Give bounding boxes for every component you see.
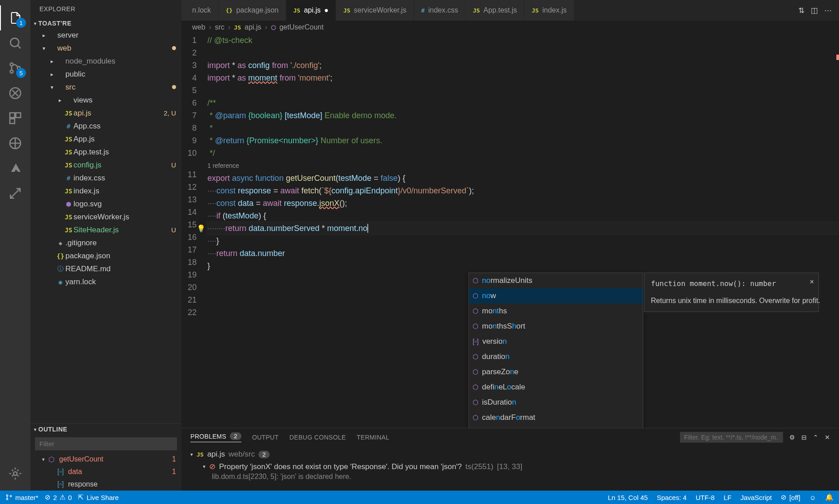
svg-rect-6 xyxy=(16,113,21,118)
language-status[interactable]: JavaScript xyxy=(740,494,772,501)
tree-item[interactable]: #index.css xyxy=(30,171,181,184)
codelens[interactable]: 1 reference xyxy=(207,159,839,172)
explorer-icon[interactable]: 1 xyxy=(0,5,30,30)
feedback-icon[interactable]: ☺ xyxy=(809,494,816,501)
editor-tab[interactable]: JSindex.js xyxy=(525,0,574,21)
suggest-item[interactable]: ⬡monthsShort xyxy=(469,319,643,334)
editor-tab[interactable]: n.lock xyxy=(181,0,219,21)
remote-icon[interactable] xyxy=(0,131,30,156)
status-bar: master* ⊘2⚠0 ⇱Live Share Ln 15, Col 45 S… xyxy=(0,491,839,504)
tree-item[interactable]: JSSiteHeader.jsU xyxy=(30,223,181,236)
indentation-status[interactable]: Spaces: 4 xyxy=(657,494,687,501)
lightbulb-icon[interactable]: 💡 xyxy=(197,222,206,235)
outline-item[interactable]: [▫]response xyxy=(30,478,181,491)
scm-icon[interactable]: 5 xyxy=(0,56,30,81)
tree-item[interactable]: ⓘREADME.md xyxy=(30,262,181,275)
code-editor[interactable]: 12345678910 111213141516171819202122 // … xyxy=(181,34,839,428)
problems-filter-input[interactable] xyxy=(680,432,783,443)
scm-badge: 5 xyxy=(16,68,26,78)
encoding-status[interactable]: UTF-8 xyxy=(696,494,715,501)
svg-point-1 xyxy=(10,63,13,66)
svg-rect-5 xyxy=(10,113,15,118)
suggest-item[interactable]: ⬡calendarFormat xyxy=(469,410,643,425)
outline-item[interactable]: ▾⬡getUserCount1 xyxy=(30,453,181,466)
tree-item[interactable]: JSapi.js2, U xyxy=(30,107,181,120)
tree-item[interactable]: JSconfig.jsU xyxy=(30,158,181,171)
suggest-item[interactable]: ⬡duration xyxy=(469,349,643,364)
tree-item[interactable]: ▸public xyxy=(30,68,181,81)
branch-status[interactable]: master* xyxy=(5,494,39,501)
svg-point-10 xyxy=(6,495,8,496)
tree-item[interactable]: ▸server xyxy=(30,29,181,42)
suggest-item[interactable]: ⬡months xyxy=(469,303,643,319)
more-icon[interactable]: ⋯ xyxy=(824,6,832,15)
panel-tab[interactable]: PROBLEMS 2 xyxy=(190,432,241,442)
azure-icon[interactable] xyxy=(0,156,30,181)
svg-point-0 xyxy=(10,38,19,47)
sidebar-title: EXPLORER xyxy=(30,0,181,18)
problem-hint: lib.dom.d.ts[2230, 5]: 'json' is declare… xyxy=(190,473,830,481)
tree-item[interactable]: ⬢logo.svg xyxy=(30,197,181,210)
suggest-item[interactable]: ⬡now xyxy=(469,288,643,303)
tree-item[interactable]: ▾src xyxy=(30,81,181,94)
tree-item[interactable]: ◉yarn.lock xyxy=(30,275,181,288)
svg-point-12 xyxy=(10,495,11,497)
debug-icon[interactable] xyxy=(0,81,30,106)
panel-tab[interactable]: DEBUG CONSOLE xyxy=(289,434,346,441)
collapse-icon[interactable]: ⊟ xyxy=(801,434,807,441)
prettier-status[interactable]: ⊘[off] xyxy=(781,493,800,501)
panel-tab-bar: PROBLEMS 2OUTPUTDEBUG CONSOLETERMINAL⚙⊟⌃… xyxy=(181,428,839,446)
tree-item[interactable]: ▸node_modules xyxy=(30,55,181,68)
editor-tab[interactable]: JSapi.js● xyxy=(286,0,336,21)
problem-item[interactable]: ▾ ⊘ Property 'jsonX' does not exist on t… xyxy=(190,461,830,473)
svg-point-2 xyxy=(10,70,13,73)
explorer-section-header[interactable]: ▾TOAST'RE xyxy=(30,18,181,29)
tree-item[interactable]: JSApp.js xyxy=(30,132,181,145)
split-editor-icon[interactable]: ◫ xyxy=(811,6,818,15)
outline-header[interactable]: ▾OUTLINE xyxy=(30,424,181,435)
panel-tab[interactable]: TERMINAL xyxy=(357,434,389,441)
settings-icon[interactable] xyxy=(0,461,30,486)
breadcrumb[interactable]: web›src›JSapi.js›⬡getUserCount xyxy=(181,21,839,34)
suggest-item[interactable]: ⬡isMoment xyxy=(469,425,643,428)
tab-bar: n.lock{}package.jsonJSapi.js●JSserviceWo… xyxy=(181,0,839,21)
outline-section: ▾OUTLINE ▾⬡getUserCount1[▫]data1[▫]respo… xyxy=(30,423,181,491)
extensions-icon[interactable] xyxy=(0,106,30,131)
editor-tab[interactable]: #index.css xyxy=(414,0,466,21)
problems-status[interactable]: ⊘2⚠0 xyxy=(45,493,72,501)
error-count-icon: ⊘ xyxy=(45,493,51,501)
cursor-position[interactable]: Ln 15, Col 45 xyxy=(608,494,648,501)
tree-item[interactable]: JSindex.js xyxy=(30,184,181,197)
close-icon[interactable]: × xyxy=(810,276,814,288)
activity-bar: 1 5 xyxy=(0,0,30,491)
suggest-item[interactable]: ⬡parseZone xyxy=(469,364,643,380)
outline-filter-input[interactable] xyxy=(35,437,177,450)
problem-file-row[interactable]: ▾ JS api.js web/src 2 xyxy=(190,448,830,461)
suggest-item[interactable]: ⬡defineLocale xyxy=(469,380,643,395)
eol-status[interactable]: LF xyxy=(723,494,731,501)
suggest-item[interactable]: ⬡normalizeUnits xyxy=(469,273,643,288)
liveshare-icon[interactable] xyxy=(0,181,30,206)
filter-settings-icon[interactable]: ⚙ xyxy=(789,434,795,441)
tree-item[interactable]: JSApp.test.js xyxy=(30,145,181,158)
suggest-widget[interactable]: ⬡normalizeUnits⬡now⬡months⬡monthsShort[▫… xyxy=(469,273,643,428)
tree-item[interactable]: {}package.json xyxy=(30,249,181,262)
tree-item[interactable]: #App.css xyxy=(30,120,181,132)
outline-item[interactable]: [▫]data1 xyxy=(30,466,181,478)
chevron-up-icon[interactable]: ⌃ xyxy=(813,434,818,441)
panel-tab[interactable]: OUTPUT xyxy=(252,434,279,441)
tree-item[interactable]: ◆.gitignore xyxy=(30,236,181,249)
tree-item[interactable]: ▸views xyxy=(30,94,181,107)
liveshare-status[interactable]: ⇱Live Share xyxy=(78,493,119,501)
tree-item[interactable]: ▾web xyxy=(30,42,181,55)
editor-tab[interactable]: JSserviceWorker.js xyxy=(336,0,414,21)
tree-item[interactable]: JSserviceWorker.js xyxy=(30,210,181,223)
suggest-item[interactable]: [▫]version xyxy=(469,334,643,349)
compare-icon[interactable]: ⇅ xyxy=(798,6,805,15)
search-icon[interactable] xyxy=(0,30,30,56)
close-icon[interactable]: ✕ xyxy=(825,434,830,441)
suggest-item[interactable]: ⬡isDuration xyxy=(469,395,643,410)
bell-icon[interactable]: 🔔 xyxy=(825,493,834,501)
editor-tab[interactable]: JSApp.test.js xyxy=(466,0,525,21)
editor-tab[interactable]: {}package.json xyxy=(219,0,286,21)
